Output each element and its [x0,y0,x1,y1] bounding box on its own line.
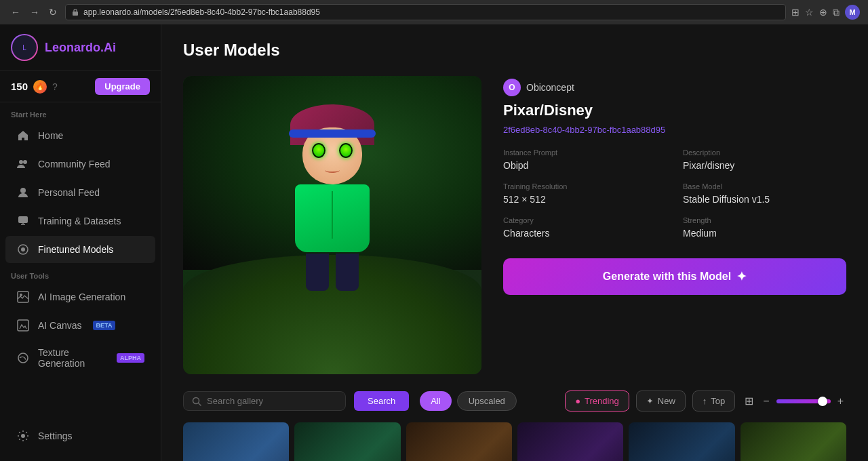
gallery-thumb-5[interactable] [629,422,734,461]
credits-count: 150 [11,81,28,92]
model-meta-grid: Instance Prompt Obipd Description Pixar/… [503,148,846,239]
filter-upscaled-tab[interactable]: Upscaled [457,391,517,411]
description-label: Description [683,148,846,157]
instance-prompt-item: Instance Prompt Obipd [503,148,667,172]
search-button[interactable]: Search [354,391,409,411]
sidebar-item-training[interactable]: Training & Datasets [5,207,155,235]
url-text: app.leonardo.ai/models/2f6ed8eb-8c40-4bb… [83,7,320,17]
new-label: New [658,396,675,406]
model-id[interactable]: 2f6ed8eb-8c40-4bb2-97bc-fbc1aab88d95 [503,125,846,135]
grid-controls: ⊞ − + [742,392,846,410]
char-headband [289,129,376,138]
sidebar-item-personal-label: Personal Feed [38,187,100,198]
svg-point-3 [20,188,26,193]
model-image-container [183,76,481,374]
base-model-value: Stable Diffusion v1.5 [683,194,770,205]
training-resolution-label: Training Resolution [503,182,667,191]
strength-label: Strength [683,216,846,224]
logo-inner: L [12,35,37,60]
help-icon[interactable]: ? [52,81,58,92]
instance-prompt-label: Instance Prompt [503,148,667,157]
svg-rect-0 [73,12,78,16]
page-title: User Models [183,41,846,60]
grid-minus-button[interactable]: − [760,393,772,410]
gallery-thumb-4[interactable] [517,422,623,461]
reload-button[interactable]: ↻ [46,5,60,19]
training-icon [16,214,30,228]
address-bar[interactable]: app.leonardo.ai/models/2f6ed8eb-8c40-4bb… [65,4,786,20]
canvas-icon [16,319,30,332]
sidebar-item-training-label: Training & Datasets [38,216,121,226]
browser-nav: ← → ↻ [8,5,60,19]
brand-name: Leonardo.Ai [45,41,116,55]
profile-icon[interactable]: ⊕ [819,7,827,18]
character [295,119,370,291]
grid-size-slider[interactable] [776,399,831,403]
gallery-thumb-6[interactable] [741,422,846,461]
sidebar-item-settings[interactable]: Settings [5,422,155,449]
settings-icon [16,429,30,443]
strength-item: Strength Medium [683,216,846,239]
window-icon[interactable]: ⧉ [833,7,840,18]
sidebar-item-finetuned-label: Finetuned Models [38,244,113,255]
gallery-thumb-2[interactable] [294,422,400,461]
brand-plain: Leonardo. [45,41,104,54]
svg-point-11 [21,434,25,438]
community-icon [16,157,30,171]
extensions-icon[interactable]: ⊞ [791,7,800,18]
filter-all-tab[interactable]: All [420,391,451,411]
model-creator: O Obiconcept [503,79,846,96]
sidebar-item-texture-label: Texture Generation [38,347,106,369]
trending-button[interactable]: ● Trending [565,390,629,412]
sidebar-item-ai-canvas[interactable]: AI Canvas BETA [5,312,155,339]
brand-accent: Ai [104,41,116,54]
sidebar-item-community-label: Community Feed [38,159,111,169]
sidebar-item-home[interactable]: Home [5,122,155,149]
model-title: Pixar/Disney [503,102,846,119]
forward-button[interactable]: → [27,5,42,19]
sidebar-item-community-feed[interactable]: Community Feed [5,151,155,178]
char-head [298,119,366,187]
ai-canvas-beta-badge: BETA [93,321,116,330]
search-container [183,391,346,411]
star-icon[interactable]: ☆ [805,7,814,18]
sidebar-item-personal-feed[interactable]: Personal Feed [5,179,155,206]
generate-button[interactable]: Generate with this Model ✦ [503,258,846,295]
lock-icon [71,8,79,16]
char-eyes [312,143,353,158]
training-resolution-value: 512 × 512 [503,194,546,205]
new-button[interactable]: ✦ New [636,390,686,412]
char-legs [306,254,359,291]
sidebar-item-ai-image[interactable]: AI Image Generation [5,283,155,310]
char-jacket [295,184,370,252]
trending-label: Trending [585,396,619,406]
search-input[interactable] [207,396,337,406]
main-content: User Models [161,24,868,461]
char-mouth [325,167,340,173]
sidebar-item-texture[interactable]: Texture Generation ALPHA [5,340,155,376]
slider-thumb [818,397,827,406]
model-image [183,76,481,374]
sidebar-header: L Leonardo.Ai [0,24,161,71]
texture-icon [16,351,30,365]
gallery-thumb-1[interactable] [183,422,289,461]
grid-view-button[interactable]: ⊞ [742,392,756,410]
top-label: Top [711,396,725,406]
base-model-label: Base Model [683,182,846,191]
gallery-thumb-3[interactable] [406,422,512,461]
user-avatar[interactable]: M [845,5,860,20]
grid-plus-button[interactable]: + [835,393,846,410]
char-eye-left [312,143,326,158]
search-icon [192,397,201,406]
upgrade-button[interactable]: Upgrade [95,78,150,95]
model-info-panel: O Obiconcept Pixar/Disney 2f6ed8eb-8c40-… [503,76,846,374]
sidebar-item-ai-image-label: AI Image Generation [38,292,125,302]
sidebar-item-finetuned[interactable]: Finetuned Models [5,236,155,263]
image-gen-icon [16,290,30,304]
finetuned-icon [16,243,30,256]
logo-avatar: L [11,34,38,61]
sidebar-item-ai-canvas-label: AI Canvas [38,320,82,331]
top-button[interactable]: ↑ Top [692,390,735,412]
back-button[interactable]: ← [8,5,23,19]
sidebar-item-settings-label: Settings [38,430,73,441]
